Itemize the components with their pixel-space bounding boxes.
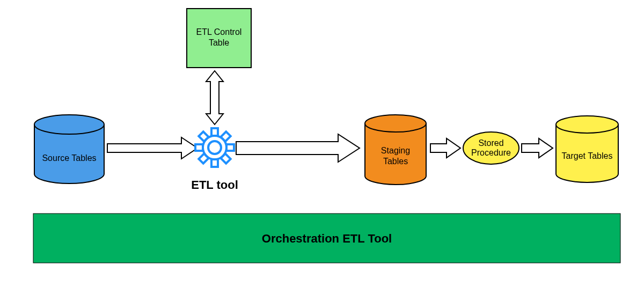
arrow-source-to-gear [107, 137, 197, 159]
node-source-tables: Source Tables [34, 115, 104, 183]
arrow-staging-to-storedproc [430, 138, 460, 158]
staging-label-line2: Tables [383, 157, 408, 166]
etl-control-label-line2: Table [209, 38, 229, 47]
svg-rect-6 [221, 153, 230, 163]
orchestration-label: Orchestration ETL Tool [262, 232, 392, 245]
arrow-storedproc-to-target [522, 138, 553, 158]
stored-proc-label-line1: Stored [478, 138, 503, 148]
source-tables-label: Source Tables [42, 153, 96, 163]
gear-icon [195, 128, 234, 167]
staging-label-line1: Staging [381, 146, 410, 155]
svg-rect-8 [199, 153, 208, 163]
svg-point-12 [365, 115, 426, 132]
node-staging-tables: Staging Tables [365, 115, 426, 185]
svg-point-2 [208, 141, 221, 154]
node-stored-procedure: Stored Procedure [463, 132, 519, 164]
diagram-canvas: ETL Control Table Source Tables [0, 0, 644, 301]
etl-control-label-line1: ETL Control [196, 27, 242, 36]
svg-rect-4 [221, 131, 230, 141]
arrow-double-vertical [206, 71, 223, 124]
svg-point-14 [556, 116, 618, 133]
etl-tool-label: ETL tool [191, 178, 238, 192]
svg-rect-3 [211, 128, 218, 136]
svg-rect-5 [226, 144, 234, 151]
diagram-svg: ETL Control Table Source Tables [0, 0, 644, 301]
svg-rect-10 [199, 131, 208, 141]
target-tables-label: Target Tables [562, 151, 613, 160]
node-etl-control-table: ETL Control Table [187, 9, 251, 68]
node-target-tables: Target Tables [556, 116, 618, 182]
svg-rect-9 [195, 144, 203, 151]
arrow-gear-to-staging [236, 134, 360, 162]
svg-rect-7 [211, 159, 218, 167]
stored-proc-label-line2: Procedure [471, 148, 511, 157]
svg-point-1 [34, 115, 104, 134]
orchestration-banner: Orchestration ETL Tool [33, 214, 620, 263]
